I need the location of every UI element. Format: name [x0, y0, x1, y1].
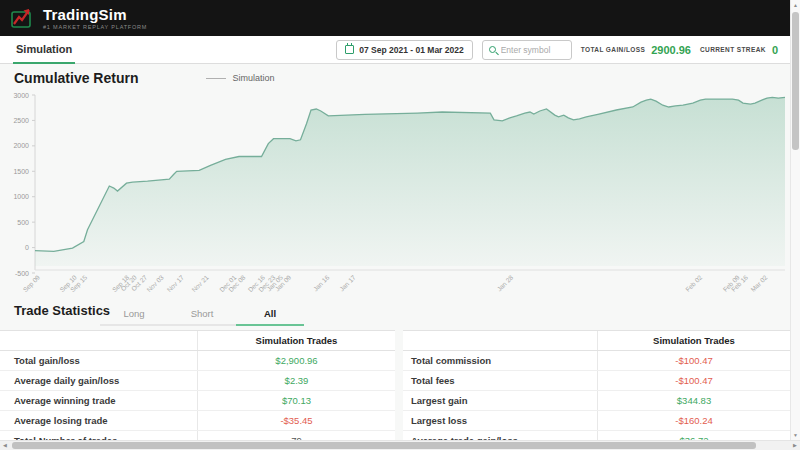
- scroll-right-icon[interactable]: ▶: [790, 441, 800, 450]
- scroll-down-icon[interactable]: ▼: [791, 430, 800, 440]
- vertical-scrollbar[interactable]: ▲ ▼: [790, 0, 800, 440]
- stats-tables: Simulation TradesTotal gain/loss$2,900.9…: [0, 330, 790, 440]
- calendar-icon: [345, 45, 354, 54]
- logo-icon: [10, 6, 36, 30]
- stats-tabs: LongShortAll: [100, 302, 304, 326]
- stat-value: $70.13: [197, 391, 395, 410]
- table-header-row: Simulation Trades: [0, 331, 395, 351]
- stat-label: Total gain/loss: [0, 355, 197, 366]
- stats-title: Trade Statistics: [14, 303, 110, 318]
- scroll-left-icon[interactable]: ◀: [0, 441, 10, 450]
- x-tick-label: Jan 17: [338, 273, 357, 292]
- x-tick-label: Jan 28: [495, 273, 514, 292]
- table-row: Total Number of trades79: [0, 431, 395, 440]
- y-tick-label: 1500: [13, 168, 29, 175]
- scroll-up-icon[interactable]: ▲: [791, 0, 800, 10]
- table-row: Largest gain$344.83: [403, 391, 790, 411]
- current-streak-value: 0: [772, 44, 778, 56]
- stat-value: -$160.24: [597, 411, 790, 430]
- stat-label: Average daily gain/loss: [0, 375, 197, 386]
- x-tick-label: Nov 17: [165, 273, 185, 293]
- horizontal-scrollbar[interactable]: ◀ ▶: [0, 440, 800, 450]
- table-header-row: Simulation Trades: [403, 331, 790, 351]
- symbol-search-input[interactable]: [501, 45, 569, 55]
- stat-value: -$35.45: [197, 411, 395, 430]
- brand-tagline: #1 MARKET REPLAY PLATFORM: [43, 24, 147, 30]
- y-tick-label: 1000: [13, 193, 29, 200]
- x-tick-label: Jan 16: [312, 273, 331, 292]
- y-tick-label: -500: [15, 270, 29, 277]
- stat-value: $344.83: [597, 391, 790, 410]
- table-row: Average winning trade$70.13: [0, 391, 395, 411]
- total-gain-loss: TOTAL GAIN/LOSS 2900.96: [581, 44, 691, 56]
- y-tick-label: 0: [25, 244, 29, 251]
- horizontal-scrollbar-thumb[interactable]: [12, 442, 756, 449]
- stat-label: Average winning trade: [0, 395, 197, 406]
- table-row: Total gain/loss$2,900.96: [0, 351, 395, 371]
- stat-value: 79: [197, 431, 395, 440]
- brand-block: TradingSim #1 MARKET REPLAY PLATFORM: [43, 7, 147, 30]
- stat-label: Average losing trade: [0, 415, 197, 426]
- tab-simulation[interactable]: Simulation: [13, 36, 75, 64]
- total-gain-loss-value: 2900.96: [651, 44, 691, 56]
- chart-title: Cumulative Return: [14, 70, 138, 86]
- stat-value: $2,900.96: [197, 351, 395, 370]
- x-tick-label: Sep 09: [21, 273, 41, 293]
- x-tick-label: Nov 21: [190, 273, 210, 293]
- chart-header: Cumulative Return Simulation: [14, 70, 275, 86]
- brand-name: TradingSim: [43, 7, 147, 22]
- legend-line-icon: [206, 78, 226, 79]
- cumulative-return-chart: 300025002000150010005000-500Sep 09Sep 10…: [0, 88, 790, 300]
- stat-label: Total commission: [403, 355, 597, 366]
- symbol-search: [482, 40, 572, 60]
- toolbar: Simulation 07 Sep 2021 - 01 Mar 2022 TOT…: [0, 36, 790, 64]
- table-row: Average daily gain/loss$2.39: [0, 371, 395, 391]
- app-header: TradingSim #1 MARKET REPLAY PLATFORM: [0, 0, 790, 36]
- date-range-text: 07 Sep 2021 - 01 Mar 2022: [359, 45, 463, 55]
- stat-label: Total fees: [403, 375, 597, 386]
- stat-value: $2.39: [197, 371, 395, 390]
- x-tick-label: Nov 03: [145, 273, 165, 293]
- x-tick-label: Feb 02: [684, 273, 704, 293]
- legend-label: Simulation: [232, 73, 274, 83]
- search-icon: [489, 46, 496, 53]
- toolbar-controls: 07 Sep 2021 - 01 Mar 2022 TOTAL GAIN/LOS…: [336, 40, 790, 60]
- y-tick-label: 2500: [13, 117, 29, 124]
- stat-label: Largest loss: [403, 415, 597, 426]
- stats-table-right: Simulation TradesTotal commission-$100.4…: [403, 330, 790, 440]
- y-tick-label: 2000: [13, 142, 29, 149]
- total-gain-loss-label: TOTAL GAIN/LOSS: [581, 46, 646, 53]
- stat-value: -$100.47: [597, 351, 790, 370]
- date-range-picker[interactable]: 07 Sep 2021 - 01 Mar 2022: [336, 40, 472, 60]
- stats-tab-all[interactable]: All: [236, 302, 304, 326]
- table-row: Largest loss-$160.24: [403, 411, 790, 431]
- vertical-scrollbar-thumb[interactable]: [792, 12, 799, 150]
- table-row: Average losing trade-$35.45: [0, 411, 395, 431]
- stat-value: $36.72: [597, 431, 790, 440]
- table-row: Total fees-$100.47: [403, 371, 790, 391]
- chart-legend: Simulation: [206, 73, 274, 83]
- column-header: Simulation Trades: [197, 331, 395, 350]
- stats-tab-long[interactable]: Long: [100, 302, 168, 326]
- table-row: Average trade gain/loss$36.72: [403, 431, 790, 440]
- stat-label: Largest gain: [403, 395, 597, 406]
- stat-value: -$100.47: [597, 371, 790, 390]
- table-row: Total commission-$100.47: [403, 351, 790, 371]
- tradingsim-app: TradingSim #1 MARKET REPLAY PLATFORM Sim…: [0, 0, 800, 450]
- current-streak-label: CURRENT STREAK: [700, 46, 766, 53]
- y-tick-label: 3000: [13, 92, 29, 99]
- y-tick-label: 500: [17, 219, 29, 226]
- x-tick-label: Mar 02: [749, 273, 769, 293]
- column-header: Simulation Trades: [597, 331, 790, 350]
- current-streak: CURRENT STREAK 0: [700, 44, 778, 56]
- stats-tab-short[interactable]: Short: [168, 302, 236, 326]
- stats-table-left: Simulation TradesTotal gain/loss$2,900.9…: [0, 330, 395, 440]
